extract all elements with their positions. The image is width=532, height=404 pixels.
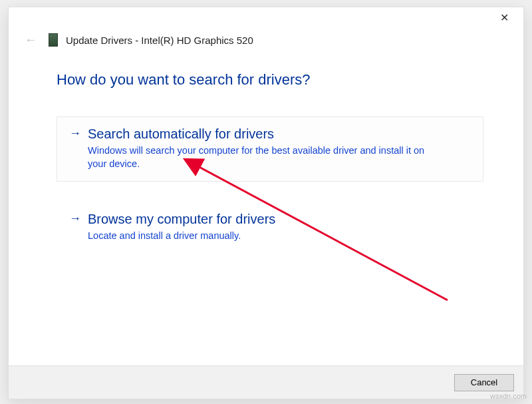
- option-search-automatically[interactable]: → Search automatically for drivers Windo…: [57, 116, 483, 182]
- update-drivers-dialog: ✕ ← Update Drivers - Intel(R) HD Graphic…: [8, 7, 524, 399]
- device-icon: [49, 33, 58, 47]
- watermark: wsxdn.com: [490, 392, 527, 400]
- arrow-right-icon: →: [69, 210, 81, 226]
- option-title: Browse my computer for drivers: [88, 210, 471, 228]
- content-heading: How do you want to search for drivers?: [57, 71, 483, 89]
- dialog-content: How do you want to search for drivers? →…: [9, 54, 523, 365]
- cancel-button[interactable]: Cancel: [454, 374, 514, 391]
- option-description: Windows will search your computer for th…: [88, 144, 434, 170]
- close-icon[interactable]: ✕: [495, 10, 514, 26]
- option-browse-computer[interactable]: → Browse my computer for drivers Locate …: [57, 202, 483, 254]
- titlebar: ✕: [9, 7, 523, 29]
- option-title: Search automatically for drivers: [88, 125, 471, 142]
- dialog-title: Update Drivers - Intel(R) HD Graphics 52…: [66, 35, 253, 46]
- back-icon[interactable]: ←: [21, 31, 41, 49]
- option-description: Locate and install a driver manually.: [88, 229, 434, 242]
- arrow-right-icon: →: [69, 125, 81, 141]
- dialog-header: ← Update Drivers - Intel(R) HD Graphics …: [9, 29, 523, 54]
- red-arrow-annotation: [9, 54, 525, 347]
- dialog-footer: Cancel: [9, 365, 523, 399]
